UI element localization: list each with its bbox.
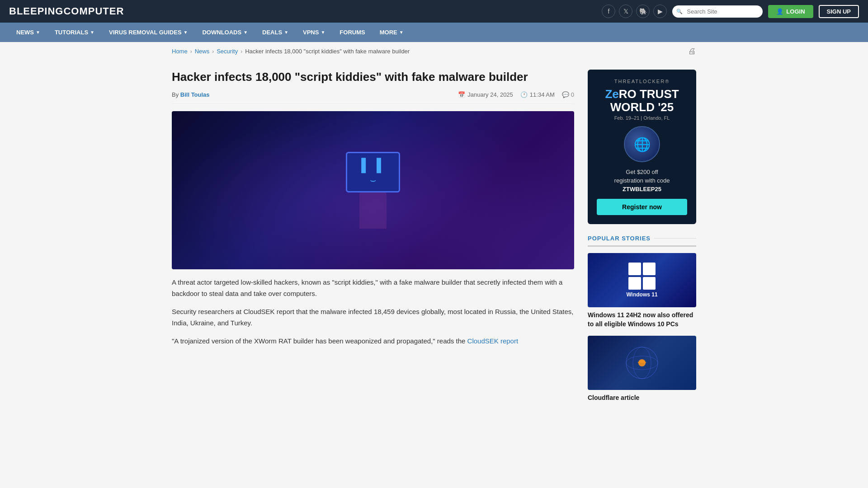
article-date: 📅 January 24, 2025 [458, 91, 513, 98]
article-author: By Bill Toulas [172, 91, 210, 98]
ad-register-button[interactable]: Register now [597, 199, 687, 215]
breadcrumb-sep-2: › [212, 48, 214, 55]
win11-logo [628, 263, 656, 290]
story-card-1: Windows 11 Windows 11 24H2 now also offe… [588, 253, 696, 328]
calendar-icon: 📅 [458, 91, 465, 98]
win11-label: Windows 11 [626, 291, 657, 298]
article-paragraph-2: Security researchers at CloudSEK report … [172, 306, 574, 329]
ad-dates: Feb. 19–21 | Orlando, FL [597, 115, 687, 121]
breadcrumb-sep-1: › [190, 48, 192, 55]
nav-item-vpns[interactable]: VPNS ▼ [296, 23, 332, 42]
ad-title-line1: ZeRO TRUST [597, 88, 687, 101]
cloudflare-graphic [624, 345, 660, 381]
breadcrumb-home[interactable]: Home [172, 48, 188, 55]
main-nav: NEWS ▼ TUTORIALS ▼ VIRUS REMOVAL GUIDES … [0, 23, 868, 42]
ad-brand: THREATLOCKER® [597, 79, 687, 84]
comment-icon: 💬 [562, 91, 569, 98]
youtube-icon[interactable]: ▶ [653, 5, 667, 18]
user-icon: 👤 [776, 8, 783, 15]
popular-stories: POPULAR STORIES Windows 11 Windo [588, 235, 696, 403]
clock-icon: 🕐 [520, 91, 528, 98]
print-icon[interactable]: 🖨 [688, 47, 696, 56]
nav-arrow-more: ▼ [399, 30, 404, 35]
site-logo[interactable]: BLEEPINGCOMPUTER [9, 5, 124, 17]
main-content: Hacker infects 18,000 "script kiddies" w… [172, 70, 574, 410]
nav-item-virus-removal[interactable]: VIRUS REMOVAL GUIDES ▼ [102, 23, 195, 42]
win11-content: Windows 11 [626, 263, 657, 298]
story-image-win11: Windows 11 [588, 253, 696, 307]
article-paragraph-3: "A trojanized version of the XWorm RAT b… [172, 335, 574, 347]
breadcrumb-security[interactable]: Security [217, 48, 238, 55]
ad-discount: Get $200 off [597, 169, 687, 175]
ad-globe-circle: 🌐 [624, 126, 660, 162]
nav-arrow-deals: ▼ [284, 30, 288, 35]
nav-item-more[interactable]: MORE ▼ [373, 23, 411, 42]
nav-item-news[interactable]: NEWS ▼ [9, 23, 47, 42]
story-image-cloudflare [588, 336, 696, 390]
social-icons: f 𝕏 🐘 ▶ [602, 5, 667, 18]
meta-right: 📅 January 24, 2025 🕐 11:34 AM 💬 0 [458, 91, 574, 98]
ad-code: ZTWBLEEP25 [597, 186, 687, 192]
logo-prefix: BLEEPING [9, 5, 63, 17]
breadcrumb-bar: Home › News › Security › Hacker infects … [163, 42, 705, 61]
ad-discount2: registration with code [597, 177, 687, 184]
nav-arrow-virus: ▼ [184, 30, 188, 35]
article-comments[interactable]: 💬 0 [562, 91, 574, 98]
breadcrumb-sep-3: › [241, 48, 242, 55]
story-title-1[interactable]: Windows 11 24H2 now also offered to all … [588, 311, 696, 328]
twitter-icon[interactable]: 𝕏 [619, 5, 632, 18]
cloudsek-link[interactable]: CloudSEK report [467, 337, 519, 345]
search-wrapper [672, 5, 763, 18]
nav-item-forums[interactable]: FORUMS [332, 23, 372, 42]
breadcrumb: Home › News › Security › Hacker infects … [172, 48, 410, 55]
nav-item-tutorials[interactable]: TUTORIALS ▼ [47, 23, 102, 42]
ad-title: ZeRO TRUST WORLD '25 [597, 88, 687, 113]
article-meta: By Bill Toulas 📅 January 24, 2025 🕐 11:3… [172, 91, 574, 104]
top-header: BLEEPINGCOMPUTER f 𝕏 🐘 ▶ 👤 LOGIN SIGN UP [0, 0, 868, 23]
monitor-eyes: ▐ ▌ [357, 158, 389, 173]
popular-stories-title: POPULAR STORIES [588, 235, 696, 247]
header-right: f 𝕏 🐘 ▶ 👤 LOGIN SIGN UP [602, 5, 859, 18]
article-paragraph-1: A threat actor targeted low-skilled hack… [172, 277, 574, 300]
facebook-icon[interactable]: f [602, 5, 615, 18]
ad-globe: 🌐 [624, 126, 660, 162]
mastodon-icon[interactable]: 🐘 [636, 5, 650, 18]
sidebar: THREATLOCKER® ZeRO TRUST WORLD '25 Feb. … [588, 70, 696, 410]
search-input[interactable] [672, 5, 763, 18]
monitor-figure: ▐ ▌ ⌣ [346, 152, 400, 192]
story-title-2[interactable]: Cloudflare article [588, 394, 696, 403]
breadcrumb-news[interactable]: News [195, 48, 210, 55]
nav-arrow-vpns: ▼ [321, 30, 325, 35]
story-card-2: Cloudflare article [588, 336, 696, 403]
ad-banner: THREATLOCKER® ZeRO TRUST WORLD '25 Feb. … [588, 70, 696, 224]
nav-item-downloads[interactable]: DOWNLOADS ▼ [195, 23, 255, 42]
author-link[interactable]: Bill Toulas [180, 91, 210, 98]
breadcrumb-current: Hacker infects 18,000 "script kiddies" w… [245, 48, 410, 55]
article-image: ▐ ▌ ⌣ [172, 111, 574, 269]
logo-bold: COMPUTER [63, 5, 124, 17]
article-title: Hacker infects 18,000 "script kiddies" w… [172, 70, 574, 85]
login-button[interactable]: 👤 LOGIN [768, 5, 813, 18]
ad-title-line2: WORLD '25 [597, 101, 687, 114]
article-time: 🕐 11:34 AM [520, 91, 555, 98]
monitor-smile: ⌣ [370, 174, 376, 186]
content-wrapper: Hacker infects 18,000 "script kiddies" w… [163, 61, 705, 419]
nav-arrow-downloads: ▼ [243, 30, 248, 35]
nav-arrow-tutorials: ▼ [90, 30, 94, 35]
nav-arrow-news: ▼ [36, 30, 40, 35]
signup-button[interactable]: SIGN UP [819, 5, 859, 18]
article-body: A threat actor targeted low-skilled hack… [172, 277, 574, 347]
nav-item-deals[interactable]: DEALS ▼ [255, 23, 296, 42]
